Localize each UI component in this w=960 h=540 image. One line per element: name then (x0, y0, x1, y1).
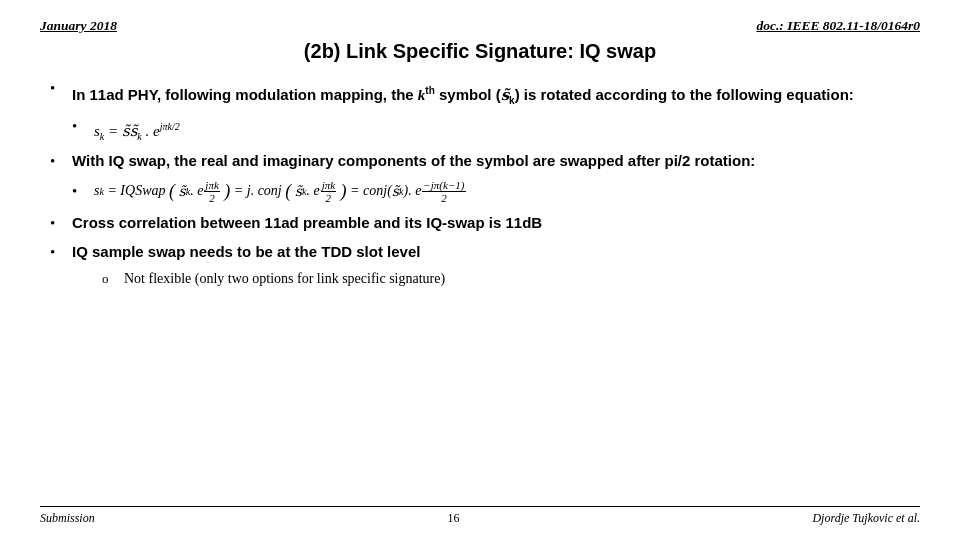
header-date: January 2018 (40, 18, 117, 34)
bullet-symbol-2: • (72, 115, 94, 138)
bullet-2-math: • sk = s̃s̃k . ejπk/2 (72, 115, 920, 145)
bullet-3: • With IQ swap, the real and imaginary c… (50, 150, 920, 173)
bullet-symbol-5: • (50, 212, 72, 235)
bullet-text-1: In 11ad PHY, following modulation mappin… (72, 77, 920, 109)
big-equation: sk = IQSwap ( s̃k. ejπk2 ) = j. conj ( s… (94, 179, 467, 204)
footer-page: 16 (448, 511, 460, 526)
bullet-symbol-1: • (50, 77, 72, 100)
bullet-1: • In 11ad PHY, following modulation mapp… (50, 77, 920, 109)
page-title: (2b) Link Specific Signature: IQ swap (40, 40, 920, 63)
bullet-text-sub: Not flexible (only two options for link … (124, 269, 920, 289)
footer-submission: Submission (40, 511, 95, 526)
bullet-symbol-4: • (72, 183, 94, 200)
bullet-symbol-3: • (50, 150, 72, 173)
header: January 2018 doc.: IEEE 802.11-18/0164r0 (40, 18, 920, 34)
content-area: • In 11ad PHY, following modulation mapp… (40, 77, 920, 290)
bullet-5: • Cross correlation between 11ad preambl… (50, 212, 920, 235)
page-container: January 2018 doc.: IEEE 802.11-18/0164r0… (0, 0, 960, 540)
bullet-text-6: IQ sample swap needs to be at the TDD sl… (72, 241, 920, 263)
bullet-6: • IQ sample swap needs to be at the TDD … (50, 241, 920, 264)
bullet-4-eq: • sk = IQSwap ( s̃k. ejπk2 ) = j. conj (… (72, 179, 920, 204)
formula-1: sk = s̃s̃k . ejπk/2 (94, 115, 920, 145)
bullet-symbol-sub: o (102, 269, 124, 289)
bullet-text-5: Cross correlation between 11ad preamble … (72, 212, 920, 234)
bullet-text-3: With IQ swap, the real and imaginary com… (72, 150, 920, 172)
header-doc: doc.: IEEE 802.11-18/0164r0 (756, 18, 920, 34)
bullet-symbol-6: • (50, 241, 72, 264)
footer: Submission 16 Djordje Tujkovic et al. (40, 506, 920, 526)
bullet-sub-1: o Not flexible (only two options for lin… (80, 269, 920, 289)
footer-author: Djordje Tujkovic et al. (812, 511, 920, 526)
